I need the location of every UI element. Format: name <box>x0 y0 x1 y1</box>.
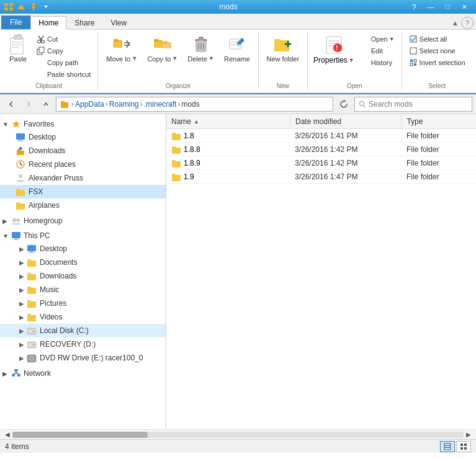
breadcrumb[interactable]: › AppData › Roaming › .minecraft › mods <box>56 97 333 112</box>
homegroup-expander[interactable]: ▶ <box>2 218 11 225</box>
maximize-button[interactable]: □ <box>439 0 456 14</box>
open-button[interactable]: Open ▼ <box>357 33 398 45</box>
hscroll-left[interactable]: ◀ <box>2 430 12 440</box>
file-type-cell: File folder <box>402 145 476 154</box>
sidebar-item-dvd[interactable]: ▶ DVD RW Drive (E:) racer100_0 <box>0 351 166 365</box>
breadcrumb-part[interactable] <box>60 100 70 109</box>
new-folder-icon <box>273 34 293 54</box>
select-none-button[interactable]: Select none <box>406 45 469 56</box>
sidebar-item-music[interactable]: ▶ Music <box>0 283 166 296</box>
hscroll-right[interactable]: ▶ <box>464 430 474 440</box>
favorites-expander[interactable]: ▼ <box>2 121 11 128</box>
downloads-expander[interactable]: ▶ <box>17 272 26 280</box>
new-folder-button[interactable]: New folder <box>263 32 304 65</box>
minimize-button[interactable]: — <box>423 0 439 14</box>
edit-button[interactable]: Edit <box>357 45 398 56</box>
sidebar-item-fsx[interactable]: FSX <box>0 185 166 198</box>
select-all-button[interactable]: Select all <box>406 33 469 45</box>
sidebar-item-desktop[interactable]: ▶ Desktop <box>0 242 166 256</box>
history-button[interactable]: History <box>357 57 398 68</box>
detail-view-btn[interactable] <box>456 441 471 452</box>
tab-view[interactable]: View <box>102 16 135 29</box>
search-box[interactable] <box>354 97 472 112</box>
videos-expander[interactable]: ▶ <box>17 313 26 321</box>
sidebar-item-local-disk[interactable]: ▶ Local Disk (C:) <box>0 324 166 337</box>
hscrollbar[interactable]: ◀ ▶ <box>0 429 476 439</box>
sidebar-item-user[interactable]: Alexander Pruss <box>0 171 166 185</box>
sidebar-item-airplanes[interactable]: Airplanes <box>0 198 166 212</box>
hscroll-thumb[interactable] <box>12 432 148 438</box>
invert-selection-button[interactable]: Invert selection <box>406 57 469 68</box>
desktop-label-fav: Desktop <box>29 133 56 141</box>
svg-point-98 <box>31 358 33 360</box>
local-disk-expander[interactable]: ▶ <box>17 326 26 335</box>
thispc-header[interactable]: ▼ This PC <box>0 228 166 242</box>
invert-label: Invert selection <box>420 59 465 66</box>
breadcrumb-sep3: › <box>140 100 143 109</box>
sidebar-item-downloads-pc[interactable]: ▶ Downloads <box>0 269 166 283</box>
copy-path-button[interactable]: Copy path <box>34 57 94 68</box>
search-input[interactable] <box>369 100 468 109</box>
breadcrumb-minecraft[interactable]: .minecraft <box>144 100 177 109</box>
favorites-header[interactable]: ▼ Favorites <box>0 117 166 130</box>
sidebar-item-videos[interactable]: ▶ Videos <box>0 310 166 324</box>
rename-button[interactable]: Rename <box>220 32 254 65</box>
down-arrow-icon[interactable] <box>41 2 51 12</box>
dvd-expander[interactable]: ▶ <box>17 354 26 362</box>
network-header[interactable]: ▶ Network <box>0 366 166 380</box>
file-name: 1.8.9 <box>184 159 200 167</box>
recent-label: Recent places <box>29 160 76 169</box>
sidebar-item-downloads[interactable]: Downloads <box>0 144 166 158</box>
col-name-header[interactable]: Name ▲ <box>166 114 290 128</box>
sidebar-item-desktop-fav[interactable]: Desktop <box>0 130 166 144</box>
recovery-expander[interactable]: ▶ <box>17 340 26 349</box>
select-group-label: Select <box>406 82 469 89</box>
tab-home[interactable]: Home <box>30 16 66 30</box>
help-button[interactable]: ? <box>406 0 422 14</box>
svg-rect-110 <box>172 160 176 163</box>
expand-ribbon-btn[interactable]: ▲ <box>452 19 459 27</box>
svg-point-67 <box>19 174 22 178</box>
desktop-expander[interactable]: ▶ <box>17 244 26 253</box>
tab-file[interactable]: File <box>1 16 30 29</box>
table-row[interactable]: 1.8.9 3/26/2016 1:42 PM File folder <box>166 156 476 170</box>
breadcrumb-appdata[interactable]: AppData <box>75 100 104 109</box>
paste-shortcut-button[interactable]: Paste shortcut <box>34 69 94 80</box>
music-expander[interactable]: ▶ <box>17 285 26 294</box>
close-button[interactable]: ✕ <box>456 0 472 14</box>
svg-rect-52 <box>414 63 416 66</box>
documents-expander[interactable]: ▶ <box>17 258 26 267</box>
network-expander[interactable]: ▶ <box>2 370 11 377</box>
move-to-button[interactable]: Move to ▼ <box>102 32 141 65</box>
up-button[interactable] <box>38 97 53 112</box>
sidebar-item-pictures[interactable]: ▶ Pictures <box>0 296 166 310</box>
sidebar-item-documents[interactable]: ▶ Documents <box>0 256 166 269</box>
copy-path-icon <box>37 58 45 67</box>
hscroll-track[interactable] <box>12 432 464 438</box>
svg-rect-81 <box>27 259 31 262</box>
copy-to-button[interactable]: Copy to ▼ <box>143 32 182 65</box>
breadcrumb-roaming[interactable]: Roaming <box>109 100 139 109</box>
delete-button[interactable]: Delete ▼ <box>183 32 218 65</box>
table-row[interactable]: 1.9 3/26/2016 1:47 PM File folder <box>166 170 476 184</box>
forward-button[interactable] <box>21 97 36 112</box>
homegroup-header[interactable]: ▶ Homegroup <box>0 213 166 227</box>
cut-button[interactable]: Cut <box>34 33 94 45</box>
tab-share[interactable]: Share <box>66 16 102 29</box>
copy-button[interactable]: Copy <box>34 45 94 56</box>
paste-button[interactable]: Paste <box>4 32 32 65</box>
sidebar-item-recent[interactable]: Recent places <box>0 158 166 171</box>
help-ribbon-btn[interactable]: ? <box>461 17 474 29</box>
sidebar-item-recovery[interactable]: ▶ RECOVERY (D:) <box>0 337 166 351</box>
properties-button[interactable]: ! Properties ▼ <box>312 32 356 66</box>
file-name-cell: 1.9 <box>166 172 290 182</box>
table-row[interactable]: 1.8 3/26/2016 1:41 PM File folder <box>166 129 476 143</box>
list-view-btn[interactable] <box>440 441 455 452</box>
thispc-expander[interactable]: ▼ <box>2 233 11 239</box>
col-date-header[interactable]: Date modified <box>290 114 402 128</box>
table-row[interactable]: 1.8.8 3/26/2016 1:42 PM File folder <box>166 143 476 156</box>
back-button[interactable] <box>4 97 19 112</box>
refresh-button[interactable] <box>337 97 352 112</box>
col-type-header[interactable]: Type <box>402 114 476 128</box>
pictures-expander[interactable]: ▶ <box>17 299 26 308</box>
